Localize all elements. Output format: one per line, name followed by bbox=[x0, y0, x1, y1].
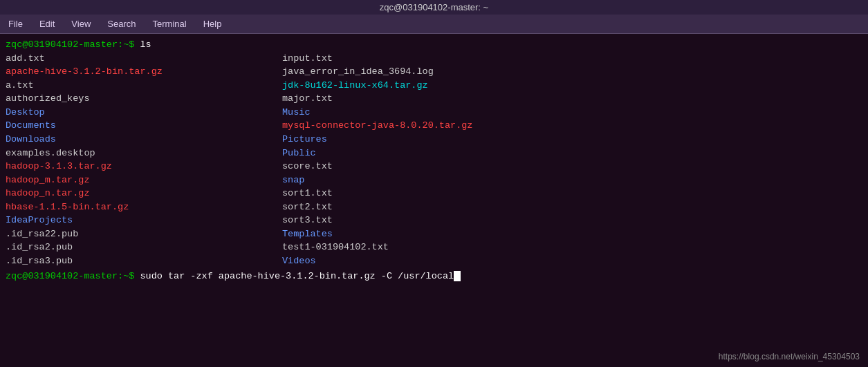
file-hadoop-m: hadoop_m.tar.gz bbox=[6, 173, 282, 187]
ls-row: a.txt jdk-8u162-linux-x64.tar.gz bbox=[6, 79, 862, 93]
file-sort2-txt: sort2.txt bbox=[282, 200, 333, 214]
last-prompt-line: zqc@031904102-master:~$ sudo tar -zxf ap… bbox=[6, 270, 862, 283]
ls-row: hbase-1.1.5-bin.tar.gz sort2.txt bbox=[6, 200, 862, 214]
file-hadoop-313: hadoop-3.1.3.tar.gz bbox=[6, 160, 282, 173]
file-snap: snap bbox=[282, 173, 304, 187]
file-jdk: jdk-8u162-linux-x64.tar.gz bbox=[282, 79, 428, 93]
footer-link: https://blog.csdn.net/weixin_45304503 bbox=[719, 352, 860, 361]
ls-row: Downloads Pictures bbox=[6, 133, 862, 147]
ls-row: Desktop Music bbox=[6, 106, 862, 120]
file-input-txt: input.txt bbox=[282, 52, 333, 66]
file-documents: Documents bbox=[6, 119, 282, 133]
footer-link-text: https://blog.csdn.net/weixin_45304503 bbox=[719, 352, 860, 361]
file-templates: Templates bbox=[282, 227, 333, 241]
last-command-text: sudo tar -zxf apache-hive-3.1.2-bin.tar.… bbox=[140, 271, 454, 281]
file-id-rsa22: .id_rsa22.pub bbox=[6, 227, 282, 241]
menu-search[interactable]: Search bbox=[104, 17, 138, 30]
file-a-txt: a.txt bbox=[6, 79, 282, 93]
file-public: Public bbox=[282, 147, 316, 160]
file-id-rsa3: .id_rsa3.pub bbox=[6, 254, 282, 268]
file-hadoop-n: hadoop_n.tar.gz bbox=[6, 187, 282, 200]
file-pictures: Pictures bbox=[282, 133, 327, 147]
prompt-text: zqc@031904102-master:~$ bbox=[6, 39, 134, 50]
ls-row: hadoop_n.tar.gz sort1.txt bbox=[6, 187, 862, 200]
ls-prompt-line: zqc@031904102-master:~$ ls bbox=[6, 38, 862, 52]
file-sort3-txt: sort3.txt bbox=[282, 214, 333, 227]
file-ideaprojects: IdeaProjects bbox=[6, 214, 282, 227]
ls-row: Documents mysql-connector-java-8.0.20.ta… bbox=[6, 119, 862, 133]
ls-row: apache-hive-3.1.2-bin.tar.gz java_error_… bbox=[6, 65, 862, 79]
file-mysql-connector: mysql-connector-java-8.0.20.tar.gz bbox=[282, 119, 472, 133]
file-add-txt: add.txt bbox=[6, 52, 282, 66]
menu-terminal[interactable]: Terminal bbox=[150, 17, 190, 30]
file-authorized-keys: authorized_keys bbox=[6, 92, 282, 106]
menu-file[interactable]: File bbox=[6, 17, 26, 30]
ls-row: IdeaProjects sort3.txt bbox=[6, 214, 862, 227]
file-videos: Videos bbox=[282, 254, 316, 268]
ls-row: hadoop-3.1.3.tar.gz score.txt bbox=[6, 160, 862, 173]
ls-row: .id_rsa3.pub Videos bbox=[6, 254, 862, 268]
file-java-error: java_error_in_idea_3694.log bbox=[282, 65, 434, 79]
file-sort1-txt: sort1.txt bbox=[282, 187, 333, 200]
ls-row: .id_rsa2.pub test1-031904102.txt bbox=[6, 241, 862, 254]
ls-row: authorized_keys major.txt bbox=[6, 92, 862, 106]
terminal-body[interactable]: zqc@031904102-master:~$ ls add.txt input… bbox=[0, 34, 868, 367]
last-prompt-text: zqc@031904102-master:~$ bbox=[6, 271, 134, 281]
menu-help[interactable]: Help bbox=[201, 17, 225, 30]
file-desktop: Desktop bbox=[6, 106, 282, 120]
title-bar: zqc@031904102-master: ~ bbox=[0, 0, 868, 15]
ls-output: add.txt input.txt apache-hive-3.1.2-bin.… bbox=[6, 52, 862, 268]
menu-edit[interactable]: Edit bbox=[37, 17, 57, 30]
file-test1: test1-031904102.txt bbox=[282, 241, 389, 254]
menu-bar: File Edit View Search Terminal Help bbox=[0, 15, 868, 34]
ls-row: add.txt input.txt bbox=[6, 52, 862, 66]
ls-row: hadoop_m.tar.gz snap bbox=[6, 173, 862, 187]
title-text: zqc@031904102-master: ~ bbox=[380, 2, 488, 12]
menu-view[interactable]: View bbox=[68, 17, 93, 30]
ls-row: examples.desktop Public bbox=[6, 147, 862, 160]
terminal-cursor bbox=[454, 271, 461, 281]
ls-command: ls bbox=[140, 39, 151, 50]
file-examples-desktop: examples.desktop bbox=[6, 147, 282, 160]
file-music: Music bbox=[282, 106, 311, 120]
file-major-txt: major.txt bbox=[282, 92, 333, 106]
ls-row: .id_rsa22.pub Templates bbox=[6, 227, 862, 241]
file-id-rsa2: .id_rsa2.pub bbox=[6, 241, 282, 254]
file-downloads: Downloads bbox=[6, 133, 282, 147]
file-hbase: hbase-1.1.5-bin.tar.gz bbox=[6, 200, 282, 214]
file-apache-hive: apache-hive-3.1.2-bin.tar.gz bbox=[6, 65, 282, 79]
file-score-txt: score.txt bbox=[282, 160, 333, 173]
